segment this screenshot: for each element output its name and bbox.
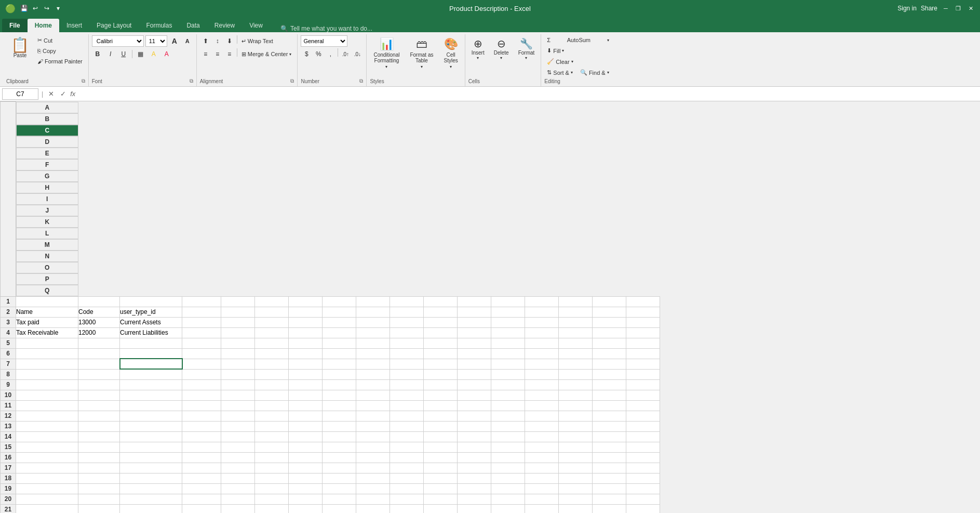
cell-C20[interactable] [120, 494, 182, 504]
cell-G14[interactable] [289, 431, 323, 442]
align-left-button[interactable]: ≡ [200, 48, 211, 60]
cell-B9[interactable] [78, 379, 120, 390]
cell-D2[interactable] [182, 307, 221, 317]
col-header-C[interactable]: C [16, 125, 78, 136]
cell-H21[interactable] [323, 504, 356, 513]
cell-K3[interactable] [424, 317, 458, 327]
cell-M3[interactable] [491, 317, 525, 327]
col-header-A[interactable]: A [16, 102, 78, 113]
cell-K4[interactable] [424, 327, 458, 338]
cell-A11[interactable] [16, 400, 78, 411]
cell-O7[interactable] [559, 359, 593, 369]
cell-I2[interactable] [356, 307, 390, 317]
cell-I17[interactable] [356, 463, 390, 473]
cell-E11[interactable] [221, 400, 255, 411]
cell-M5[interactable] [491, 338, 525, 348]
cell-E14[interactable] [221, 431, 255, 442]
cell-A9[interactable] [16, 379, 78, 390]
cell-D20[interactable] [182, 494, 221, 504]
cell-O18[interactable] [559, 473, 593, 483]
cell-J8[interactable] [390, 369, 424, 379]
cell-A17[interactable] [16, 463, 78, 473]
cell-K11[interactable] [424, 400, 458, 411]
cell-E12[interactable] [221, 411, 255, 421]
cell-J13[interactable] [390, 421, 424, 431]
cancel-formula-button[interactable]: ✕ [46, 89, 56, 99]
cell-M17[interactable] [491, 463, 525, 473]
grid-scroll-area[interactable]: A B C D E F G H I J K L M N O P Q [0, 101, 980, 513]
cell-C7[interactable] [120, 359, 182, 369]
cell-O21[interactable] [559, 504, 593, 513]
cell-C14[interactable] [120, 431, 182, 442]
cell-B20[interactable] [78, 494, 120, 504]
cell-M8[interactable] [491, 369, 525, 379]
cell-H16[interactable] [323, 452, 356, 463]
cell-F19[interactable] [255, 483, 289, 494]
cell-C15[interactable] [120, 442, 182, 452]
cell-G6[interactable] [289, 348, 323, 359]
cell-Q10[interactable] [626, 390, 660, 400]
tell-me-area[interactable]: 🔍 Tell me what you want to do... [280, 25, 372, 32]
cell-Q4[interactable] [626, 327, 660, 338]
cell-D1[interactable] [182, 296, 221, 307]
tab-data[interactable]: Data [179, 19, 207, 32]
confirm-formula-button[interactable]: ✓ [58, 89, 68, 99]
restore-button[interactable]: ❐ [954, 4, 962, 12]
cell-P7[interactable] [593, 359, 626, 369]
cell-M16[interactable] [491, 452, 525, 463]
cell-N20[interactable] [525, 494, 559, 504]
cell-I14[interactable] [356, 431, 390, 442]
cell-L3[interactable] [458, 317, 491, 327]
font-size-select[interactable]: 11 [145, 35, 167, 47]
cell-P12[interactable] [593, 411, 626, 421]
cell-M2[interactable] [491, 307, 525, 317]
cell-N13[interactable] [525, 421, 559, 431]
redo-qat-button[interactable]: ↪ [42, 3, 52, 14]
comma-button[interactable]: , [325, 48, 336, 60]
cell-H18[interactable] [323, 473, 356, 483]
cell-N3[interactable] [525, 317, 559, 327]
cell-A6[interactable] [16, 348, 78, 359]
cell-O19[interactable] [559, 483, 593, 494]
cell-Q18[interactable] [626, 473, 660, 483]
cell-D8[interactable] [182, 369, 221, 379]
cell-P5[interactable] [593, 338, 626, 348]
cell-O14[interactable] [559, 431, 593, 442]
cell-B17[interactable] [78, 463, 120, 473]
cell-B18[interactable] [78, 473, 120, 483]
cell-Q15[interactable] [626, 442, 660, 452]
cell-L17[interactable] [458, 463, 491, 473]
align-bottom-button[interactable]: ⬇ [224, 35, 235, 47]
cell-F2[interactable] [255, 307, 289, 317]
cell-I15[interactable] [356, 442, 390, 452]
border-button[interactable]: ▦ [135, 48, 146, 60]
cell-Q17[interactable] [626, 463, 660, 473]
cell-Q7[interactable] [626, 359, 660, 369]
cell-C2[interactable]: user_type_id [120, 307, 182, 317]
cell-I18[interactable] [356, 473, 390, 483]
cell-N17[interactable] [525, 463, 559, 473]
cell-A10[interactable] [16, 390, 78, 400]
cell-J9[interactable] [390, 379, 424, 390]
cell-D17[interactable] [182, 463, 221, 473]
row-header-1[interactable]: 1 [1, 296, 16, 307]
col-header-J[interactable]: J [16, 205, 78, 216]
font-expand-icon[interactable]: ⧉ [190, 78, 193, 84]
cell-H11[interactable] [323, 400, 356, 411]
cell-O3[interactable] [559, 317, 593, 327]
cell-Q12[interactable] [626, 411, 660, 421]
cell-F4[interactable] [255, 327, 289, 338]
cell-B16[interactable] [78, 452, 120, 463]
cell-B8[interactable] [78, 369, 120, 379]
cell-C16[interactable] [120, 452, 182, 463]
cell-M10[interactable] [491, 390, 525, 400]
cell-O20[interactable] [559, 494, 593, 504]
cell-Q8[interactable] [626, 369, 660, 379]
row-header-14[interactable]: 14 [1, 431, 16, 442]
cell-B7[interactable] [78, 359, 120, 369]
cell-D19[interactable] [182, 483, 221, 494]
cell-M21[interactable] [491, 504, 525, 513]
cell-B15[interactable] [78, 442, 120, 452]
row-header-3[interactable]: 3 [1, 317, 16, 327]
cell-L21[interactable] [458, 504, 491, 513]
